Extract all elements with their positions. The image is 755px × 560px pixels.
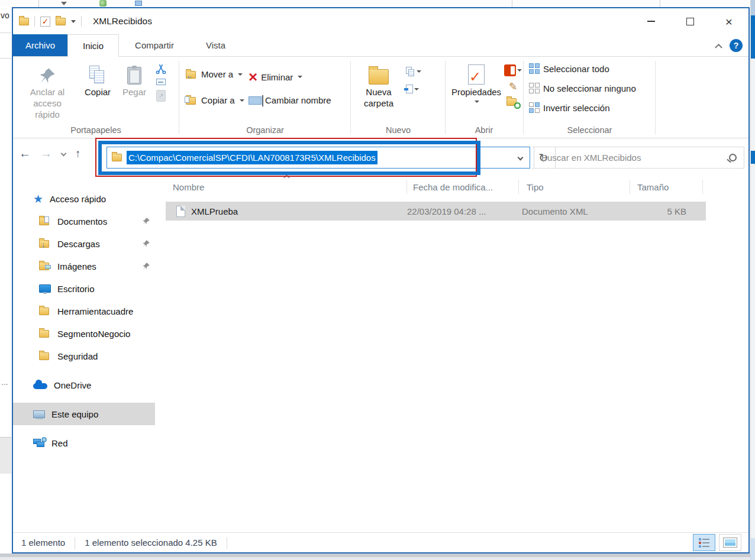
folder-icon — [39, 306, 51, 316]
new-item-button[interactable] — [406, 85, 421, 93]
ribbon-tools: ? — [716, 34, 743, 57]
minimize-button[interactable] — [631, 8, 670, 34]
forward-icon[interactable]: → — [40, 147, 52, 160]
address-dropdown-icon[interactable] — [518, 155, 524, 161]
recent-locations-icon[interactable] — [61, 151, 67, 157]
status-bar: 1 elemento 1 elemento seleccionado 4.25 … — [13, 532, 748, 552]
sidebar-item-seguridad[interactable]: Seguridad — [13, 345, 155, 367]
new-folder-button[interactable]: Nueva carpeta — [360, 62, 398, 109]
folder-icon — [39, 351, 51, 361]
sidebar-item-segmentonegocio[interactable]: SegmentoNegocio — [13, 322, 155, 345]
open-with-button[interactable] — [504, 64, 522, 76]
column-header-tamano[interactable]: Tamaño — [630, 180, 703, 194]
separator — [34, 16, 35, 27]
copy-to-button[interactable]: Copiar a — [186, 95, 244, 105]
background-text-fragment: ... — [1, 377, 8, 387]
table-row[interactable]: XMLPrueba 22/03/2019 04:28 ... Documento… — [166, 202, 706, 221]
rename-icon — [249, 96, 262, 105]
copy-path-icon[interactable] — [156, 79, 166, 85]
ribbon: Anclar al acceso rápido Copiar Pegar Por… — [13, 57, 748, 138]
move-to-label: Mover a — [201, 69, 233, 79]
pin-label: Anclar al acceso rápido — [20, 87, 75, 120]
paste-button[interactable]: Pegar — [117, 62, 151, 98]
sidebar-item-imagenes[interactable]: Imágenes — [13, 255, 155, 277]
paste-shortcut-icon[interactable] — [156, 90, 166, 102]
sidebar-label: SegmentoNegocio — [57, 329, 130, 339]
details-view-icon — [699, 538, 709, 548]
search-box[interactable]: Buscar en XMLRecibidos — [534, 147, 744, 169]
select-none-button[interactable]: No seleccionar ninguno — [529, 83, 636, 93]
maximize-button[interactable] — [670, 8, 709, 34]
edit-icon[interactable]: ✎ — [509, 82, 517, 92]
qat-customize-icon[interactable] — [71, 20, 76, 23]
this-pc-icon — [33, 410, 45, 418]
onedrive-cloud-icon — [33, 383, 47, 389]
up-icon[interactable]: ↑ — [75, 147, 81, 160]
close-button[interactable]: × — [709, 8, 748, 34]
invert-selection-button[interactable]: Invertir selección — [529, 102, 610, 113]
thumbnail-view-button[interactable] — [719, 534, 741, 551]
sidebar-item-escritorio[interactable]: Escritorio — [13, 277, 155, 300]
nav-arrows: ← → ↑ — [19, 147, 81, 160]
group-label: Abrir — [446, 125, 522, 135]
background-divider — [38, 0, 39, 7]
separator — [81, 16, 82, 27]
delete-label: Eliminar — [261, 72, 293, 82]
sidebar-item-red[interactable]: Red — [13, 432, 155, 454]
move-to-button[interactable]: ← Mover a — [186, 69, 243, 79]
group-divider — [523, 61, 524, 134]
sidebar-item-este-equipo[interactable]: Este equipo — [13, 403, 155, 425]
history-button[interactable] — [506, 97, 520, 108]
invert-selection-icon — [529, 102, 540, 113]
easy-access-icon — [406, 67, 415, 76]
select-none-icon — [529, 83, 540, 93]
rename-button[interactable]: Cambiar nombre — [249, 95, 331, 105]
easy-access-button[interactable] — [406, 67, 421, 76]
column-header-nombre[interactable]: Nombre — [161, 180, 407, 194]
copy-button[interactable]: Copiar — [79, 62, 116, 98]
group-label: Seleccionar — [524, 125, 655, 135]
checkbox-icon[interactable]: ✓ — [40, 17, 50, 27]
thumbnail-view-icon — [723, 538, 737, 548]
tab-vista[interactable]: Vista — [190, 34, 241, 56]
pin-icon — [142, 217, 150, 225]
quick-access-star-icon: ★ — [33, 193, 43, 205]
copy-to-icon — [186, 96, 198, 105]
file-name-cell[interactable]: XMLPrueba — [166, 206, 407, 217]
move-to-icon: ← — [186, 70, 198, 79]
help-icon[interactable]: ? — [730, 39, 743, 52]
delete-button[interactable]: × Eliminar — [249, 69, 302, 85]
back-icon[interactable]: ← — [19, 147, 31, 160]
separator — [75, 537, 75, 549]
xml-document-icon — [176, 206, 185, 217]
group-label: Organizar — [180, 125, 350, 135]
sidebar-item-descargas[interactable]: ↓ Descargas — [13, 232, 155, 255]
properties-button[interactable]: ✓ Propiedades — [451, 62, 502, 103]
sidebar-item-acceso-rapido[interactable]: ★ Acceso rápido — [13, 187, 155, 210]
sidebar-item-onedrive[interactable]: OneDrive — [13, 374, 155, 396]
new-small-buttons — [406, 67, 421, 93]
selection-summary: 1 elemento seleccionado 4.25 KB — [85, 538, 217, 548]
desktop-icon — [39, 284, 51, 293]
sidebar-item-herramientacuadre[interactable]: Herramientacuadre — [13, 300, 155, 322]
view-buttons — [693, 534, 741, 551]
pin-icon — [142, 262, 150, 270]
sidebar-label: Descargas — [57, 239, 100, 249]
tab-archivo[interactable]: Archivo — [13, 34, 67, 56]
group-divider — [350, 61, 351, 134]
column-header-tipo[interactable]: Tipo — [519, 180, 630, 194]
tab-compartir[interactable]: Compartir — [119, 34, 190, 56]
folder-icon[interactable] — [56, 18, 66, 25]
pin-to-quick-access-button[interactable]: Anclar al acceso rápido — [20, 62, 75, 120]
collapse-ribbon-icon[interactable] — [715, 43, 722, 51]
details-view-button[interactable] — [693, 534, 715, 551]
sidebar-label: Herramientacuadre — [57, 306, 133, 316]
select-all-button[interactable]: Seleccionar todo — [529, 63, 609, 74]
column-header-fecha[interactable]: Fecha de modifica... — [407, 180, 519, 194]
background-dropdown-icon — [61, 2, 67, 5]
sidebar-label: Imágenes — [57, 261, 96, 271]
cut-icon[interactable] — [155, 62, 167, 74]
sidebar-item-documentos[interactable]: Documentos — [13, 210, 155, 232]
search-icon[interactable] — [729, 154, 737, 161]
tab-inicio[interactable]: Inicio — [67, 34, 119, 57]
